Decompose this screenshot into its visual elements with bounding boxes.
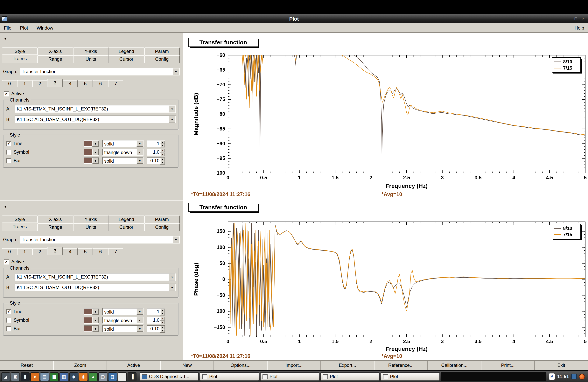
reference-button[interactable]: Reference... [374, 361, 428, 370]
tab-legend[interactable]: Legend [108, 215, 144, 223]
terminal-icon[interactable]: ▮ [21, 372, 30, 381]
chevron-down-icon[interactable]: ▼ [169, 106, 175, 112]
print-button[interactable]: Print... [481, 361, 535, 370]
active-checkbox[interactable]: ✔ [4, 91, 9, 96]
calibration-button[interactable]: Calibration... [428, 361, 481, 370]
tab-traces[interactable]: Traces [2, 223, 38, 231]
bar-color-combobox[interactable]: ▼ [84, 325, 99, 332]
tab-param[interactable]: Param [144, 215, 180, 223]
chevron-down-icon[interactable]: ▼ [92, 326, 99, 332]
menu-file[interactable]: File [4, 25, 11, 31]
chevron-down-icon[interactable]: ▼ [92, 317, 99, 323]
file-manager-icon[interactable]: ▤ [40, 372, 49, 381]
tab-y-axis[interactable]: Y-axis [73, 47, 109, 55]
tab-units[interactable]: Units [73, 55, 109, 63]
chevron-down-icon[interactable]: ▼ [136, 326, 143, 332]
symbol-style-combobox[interactable]: triangle down ▼ [102, 317, 144, 324]
medm-icon[interactable]: ◉ [79, 372, 88, 381]
tab-style[interactable]: Style [2, 215, 38, 223]
tab-units[interactable]: Units [73, 223, 109, 231]
taskbar-clock[interactable]: 11:51 [557, 374, 569, 379]
symbol-checkbox[interactable] [6, 318, 11, 323]
active-checkbox[interactable]: ✔ [4, 259, 9, 264]
line-color-combobox[interactable]: ▼ [84, 140, 99, 147]
bar-width-spinner[interactable]: 0.10 ▲ ▼ [147, 157, 165, 164]
graph-combobox[interactable]: Transfer function ▼ [20, 236, 180, 244]
export-button[interactable]: Export... [321, 361, 374, 370]
tab-x-axis[interactable]: X-axis [38, 215, 73, 223]
spin-up-icon[interactable]: ▲ [160, 158, 165, 161]
chevron-down-icon[interactable]: ▼ [136, 308, 143, 315]
line-style-combobox[interactable]: solid ▼ [102, 308, 144, 315]
tab-config[interactable]: Config [144, 223, 180, 231]
browser-icon[interactable]: ● [30, 372, 39, 381]
spin-down-icon[interactable]: ▼ [160, 152, 165, 156]
tab-cursor[interactable]: Cursor [108, 55, 144, 63]
bar-color-combobox[interactable]: ▼ [84, 157, 99, 164]
channel-a-combobox[interactable]: K1:VIS-ETMX_TM_ISCINF_L_EXC(REF32) ▼ [15, 105, 176, 113]
tab-param[interactable]: Param [144, 47, 180, 55]
ndscope-icon[interactable]: ▲ [89, 372, 98, 381]
line-color-combobox[interactable]: ▼ [84, 308, 99, 315]
chevron-down-icon[interactable]: ▼ [92, 308, 99, 315]
magnitude-plot-canvas[interactable]: 00.511.522.533.544.55−100−95−90−85−80−75… [183, 33, 588, 200]
bar-checkbox[interactable] [6, 326, 11, 331]
monitor-app-icon[interactable]: ◆ [69, 372, 78, 381]
line-style-combobox[interactable]: solid ▼ [102, 140, 144, 147]
window-app-icon[interactable]: ▢ [98, 372, 107, 381]
symbol-color-combobox[interactable]: ▼ [84, 317, 99, 324]
spin-up-icon[interactable]: ▲ [160, 317, 165, 320]
trace-tab-3[interactable]: 3 [47, 79, 63, 87]
tab-y-axis[interactable]: Y-axis [73, 215, 109, 223]
screen-app-icon[interactable]: ▥ [108, 372, 117, 381]
phase-plot-canvas[interactable]: 00.511.522.533.544.55−150−100−5005010015… [183, 200, 588, 360]
grid-app-icon[interactable]: ▦ [60, 372, 68, 381]
spin-down-icon[interactable]: ▼ [160, 161, 165, 165]
chevron-down-icon[interactable]: ▼ [173, 236, 179, 243]
chevron-down-icon[interactable]: ▼ [92, 158, 99, 164]
cursor-app-icon[interactable]: ▐ [127, 372, 136, 381]
exit-button[interactable]: Exit [535, 361, 588, 370]
chevron-down-icon[interactable]: ▼ [173, 68, 179, 75]
tray-network-icon[interactable] [571, 374, 577, 379]
spin-up-icon[interactable]: ▲ [160, 140, 165, 144]
active-button[interactable]: Active [107, 361, 160, 370]
tab-x-axis[interactable]: X-axis [38, 47, 73, 55]
zoom-button[interactable]: Zoom [53, 361, 107, 370]
start-menu-icon[interactable]: ◢ [1, 372, 10, 381]
tab-range[interactable]: Range [38, 223, 73, 231]
tab-cursor[interactable]: Cursor [108, 223, 144, 231]
bar-width-spinner[interactable]: 0.10 ▲ ▼ [147, 325, 165, 332]
chevron-down-icon[interactable]: ▼ [136, 158, 143, 164]
taskbar-window-plot-3[interactable]: Plot [320, 372, 379, 381]
line-checkbox[interactable]: ✔ [6, 309, 11, 314]
trace-tab-0[interactable]: 0 [2, 80, 17, 87]
tray-power-icon[interactable] [579, 374, 585, 380]
channel-a-combobox[interactable]: K1:VIS-ETMX_TM_ISCINF_L_EXC(REF32) ▼ [15, 273, 176, 281]
trace-tab-4[interactable]: 4 [63, 248, 78, 255]
line-width-spinner[interactable]: 1 ▲ ▼ [147, 308, 165, 315]
tab-config[interactable]: Config [144, 55, 180, 63]
chevron-down-icon[interactable]: ▼ [169, 116, 175, 123]
trace-tab-7[interactable]: 7 [108, 80, 123, 87]
taskbar-window-plot-4[interactable]: Plot [381, 372, 440, 381]
options-button[interactable]: Options... [214, 361, 267, 370]
trace-tab-1[interactable]: 1 [17, 248, 32, 255]
chevron-down-icon[interactable]: ▼ [136, 317, 143, 323]
symbol-size-spinner[interactable]: 1.0 ▲ ▼ [147, 149, 165, 156]
minimize-button[interactable]: – [566, 16, 571, 21]
spin-down-icon[interactable]: ▼ [160, 329, 165, 333]
chevron-down-icon[interactable]: ▼ [169, 284, 175, 291]
trace-tab-6[interactable]: 6 [93, 80, 108, 87]
new-button[interactable]: New [160, 361, 214, 370]
notes-app-icon[interactable] [118, 372, 127, 381]
import-button[interactable]: Import... [267, 361, 321, 370]
chevron-down-icon[interactable]: ▼ [92, 149, 99, 155]
tab-style[interactable]: Style [2, 47, 38, 55]
taskbar-window-plot-1[interactable]: Plot [200, 372, 259, 381]
chevron-down-icon[interactable]: ▼ [92, 140, 99, 147]
magnitude-plot[interactable]: 00.511.522.533.544.55−100−95−90−85−80−75… [183, 33, 588, 200]
bar-style-combobox[interactable]: solid ▼ [102, 157, 144, 164]
close-button[interactable]: × [580, 16, 586, 21]
tab-range[interactable]: Range [38, 55, 73, 63]
